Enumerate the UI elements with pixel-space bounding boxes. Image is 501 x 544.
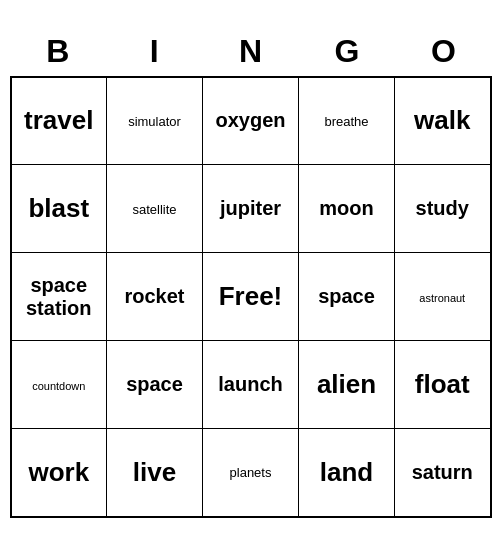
bingo-cell: float — [395, 341, 491, 429]
table-row: travelsimulatoroxygenbreathewalk — [11, 77, 491, 165]
cell-label: float — [415, 369, 470, 399]
cell-label: saturn — [412, 461, 473, 483]
bingo-cell: simulator — [107, 77, 203, 165]
cell-label: jupiter — [220, 197, 281, 219]
bingo-cell: space — [299, 253, 395, 341]
bingo-cell: astronaut — [395, 253, 491, 341]
cell-label: simulator — [128, 114, 181, 129]
bingo-cell: land — [299, 429, 395, 517]
cell-label: astronaut — [419, 292, 465, 304]
cell-label: space station — [26, 274, 92, 319]
cell-label: launch — [218, 373, 282, 395]
table-row: blastsatellitejupitermoonstudy — [11, 165, 491, 253]
cell-label: satellite — [132, 202, 176, 217]
cell-label: alien — [317, 369, 376, 399]
bingo-cell: oxygen — [203, 77, 299, 165]
cell-label: land — [320, 457, 373, 487]
bingo-cell: work — [11, 429, 107, 517]
bingo-cell: jupiter — [203, 165, 299, 253]
header-letter: B — [10, 27, 106, 76]
header-letter: G — [299, 27, 395, 76]
cell-label: countdown — [32, 380, 85, 392]
cell-label: rocket — [124, 285, 184, 307]
bingo-grid: travelsimulatoroxygenbreathewalkblastsat… — [10, 76, 492, 518]
cell-label: blast — [28, 193, 89, 223]
cell-label: breathe — [324, 114, 368, 129]
cell-label: walk — [414, 105, 470, 135]
bingo-cell: breathe — [299, 77, 395, 165]
bingo-cell: travel — [11, 77, 107, 165]
bingo-cell: rocket — [107, 253, 203, 341]
bingo-cell: Free! — [203, 253, 299, 341]
bingo-cell: saturn — [395, 429, 491, 517]
bingo-cell: countdown — [11, 341, 107, 429]
bingo-cell: moon — [299, 165, 395, 253]
bingo-cell: planets — [203, 429, 299, 517]
header-letter: N — [202, 27, 298, 76]
bingo-cell: satellite — [107, 165, 203, 253]
table-row: space stationrocketFree!spaceastronaut — [11, 253, 491, 341]
bingo-cell: study — [395, 165, 491, 253]
bingo-cell: walk — [395, 77, 491, 165]
cell-label: planets — [230, 465, 272, 480]
bingo-cell: blast — [11, 165, 107, 253]
cell-label: space — [126, 373, 183, 395]
header-letter: I — [106, 27, 202, 76]
bingo-cell: alien — [299, 341, 395, 429]
cell-label: work — [28, 457, 89, 487]
header-letter: O — [395, 27, 491, 76]
cell-label: oxygen — [215, 109, 285, 131]
cell-label: Free! — [219, 281, 283, 311]
cell-label: live — [133, 457, 176, 487]
bingo-cell: live — [107, 429, 203, 517]
bingo-cell: launch — [203, 341, 299, 429]
bingo-cell: space — [107, 341, 203, 429]
bingo-header: BINGO — [10, 27, 492, 76]
cell-label: moon — [319, 197, 373, 219]
cell-label: travel — [24, 105, 93, 135]
table-row: countdownspacelaunchalienfloat — [11, 341, 491, 429]
cell-label: space — [318, 285, 375, 307]
table-row: workliveplanetslandsaturn — [11, 429, 491, 517]
cell-label: study — [416, 197, 469, 219]
bingo-cell: space station — [11, 253, 107, 341]
